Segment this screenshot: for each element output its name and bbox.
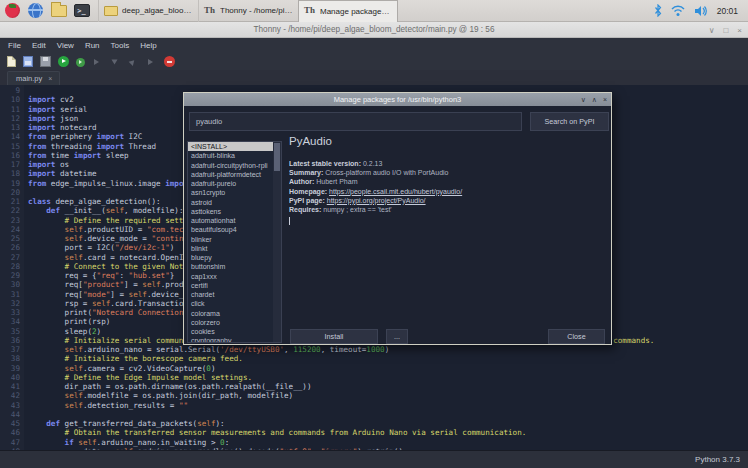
wifi-icon[interactable] [671,5,685,17]
package-list-item[interactable]: asttokens [188,207,273,216]
close-button[interactable]: × [737,26,742,35]
taskbar-window-button[interactable]: Thonny - /home/pi/... [198,0,298,22]
package-list-item[interactable]: adafruit-blinka [188,151,273,160]
line-number: 44 [0,410,20,419]
maximize-button[interactable]: □ [723,26,728,35]
package-list-scrollbar[interactable] [273,142,281,342]
package-list-item[interactable]: asn1crypto [188,188,273,197]
line-number: 25 [0,234,20,243]
code-line[interactable]: # Define the Edge Impulse model settings… [28,373,748,382]
tab-label: main.py [16,74,42,83]
line-number: 20 [0,188,20,197]
step-over-icon [92,56,103,67]
package-list-item[interactable]: <INSTALL> [188,142,273,151]
code-line[interactable]: def get_transferred_data_packets(self): [28,419,748,428]
scrollbar-thumb[interactable] [274,143,280,171]
close-dialog-button[interactable]: Close [548,329,605,344]
dialog-maximize-button[interactable]: ∧ [592,96,597,104]
package-list-item[interactable]: certifi [188,281,273,290]
package-list-item[interactable]: blinker [188,235,273,244]
line-number: 23 [0,216,20,225]
terminal-icon[interactable]: >_ [73,2,90,19]
line-number: 31 [0,290,20,299]
minimize-button[interactable]: ∨ [709,26,715,35]
package-list-item[interactable]: astroid [188,198,273,207]
taskbar-window-label: deep_algae_bloom_d... [122,6,193,15]
search-on-pypi-button[interactable]: Search on PyPI [530,112,609,131]
menu-file[interactable]: File [3,39,26,52]
package-list-item[interactable]: automationhat [188,216,273,225]
package-list-item[interactable]: bluepy [188,253,273,262]
menu-help[interactable]: Help [135,39,161,52]
package-list-item[interactable]: colorama [188,309,273,318]
package-list-item[interactable]: adafruit-pureio [188,179,273,188]
debug-script-icon[interactable] [76,58,85,67]
line-number: 39 [0,364,20,373]
dialog-titlebar[interactable]: Manage packages for /usr/bin/python3 ∨ ∧… [184,93,611,106]
line-number: 18 [0,169,20,178]
code-line[interactable]: dir_path = os.path.dirname(os.path.realp… [28,382,748,391]
window-controls: ∨ □ × [709,22,742,38]
menu-tools[interactable]: Tools [106,39,135,52]
volume-icon[interactable] [694,5,708,17]
bluetooth-icon[interactable] [654,4,662,17]
menu-view[interactable]: View [52,39,79,52]
web-browser-icon[interactable] [27,2,44,19]
line-number: 24 [0,225,20,234]
line-number: 46 [0,428,20,437]
package-list-item[interactable]: click [188,299,273,308]
code-line[interactable]: # Initialize the borescope camera feed. [28,354,748,363]
new-file-icon[interactable] [7,56,16,67]
code-line[interactable]: self.arduino_nano = serial.Serial('/dev/… [28,345,748,354]
detail-link[interactable]: https://people.csail.mit.edu/hubert/pyau… [329,188,462,195]
dialog-close-icon[interactable]: × [603,96,607,103]
code-line[interactable]: # Obtain the transferred sensor measurem… [28,428,748,437]
package-list[interactable]: <INSTALL>adafruit-blinkaadafruit-circuit… [187,141,282,343]
open-file-icon[interactable] [23,56,33,67]
run-script-icon[interactable] [58,56,69,67]
code-line[interactable]: self.camera = cv2.VideoCapture(0) [28,364,748,373]
package-list-item[interactable]: adafruit-circuitpython-rpli [188,161,273,170]
more-options-button[interactable]: ... [386,329,408,344]
package-list-item[interactable]: cap1xxx [188,272,273,281]
file-manager-icon[interactable] [50,2,67,19]
code-line[interactable]: if self.arduino_nano.in_waiting > 0: [28,438,748,447]
tab-main-py[interactable]: main.py × [7,71,60,85]
taskbar-window-button[interactable]: Manage packages for... [298,0,398,22]
taskbar-window-button[interactable]: deep_algae_bloom_d... [98,0,198,22]
package-list-item[interactable]: adafruit-platformdetect [188,170,273,179]
python-version: Python 3.7.3 [695,455,740,464]
step-into-icon [110,56,121,67]
save-file-icon[interactable] [40,56,51,67]
package-list-item[interactable]: colorzero [188,318,273,327]
package-list-item[interactable]: chardet [188,290,273,299]
menu-edit[interactable]: Edit [27,39,51,52]
package-list-item[interactable]: cryptography [188,336,273,343]
code-line[interactable]: self.modelfile = os.path.join(dir_path, … [28,391,748,400]
package-list-item[interactable]: buttonshim [188,262,273,271]
tab-close-icon[interactable]: × [48,75,52,82]
menu-run[interactable]: Run [80,39,105,52]
code-line[interactable]: self.detection_results = "" [28,401,748,410]
window-titlebar[interactable]: Thonny - /home/pi/deep_algae_bloom_detec… [0,22,748,38]
dialog-minimize-button[interactable]: ∨ [581,96,586,104]
code-line[interactable] [28,410,748,419]
line-number: 40 [0,373,20,382]
system-tray: 20:01 [654,4,748,17]
stop-icon[interactable] [164,56,175,67]
line-number: 41 [0,382,20,391]
detail-link[interactable]: https://pypi.org/project/PyAudio/ [327,197,426,204]
menu-bar: FileEditViewRunToolsHelp [0,38,748,53]
tab-bar: main.py × [0,70,748,85]
folder-icon [104,6,118,16]
line-number: 43 [0,401,20,410]
package-search-input[interactable]: pyaudio [189,112,522,131]
install-button[interactable]: Install [290,329,378,344]
package-list-item[interactable]: cookies [188,327,273,336]
thonny-icon [304,5,316,17]
line-number: 17 [0,160,20,169]
package-list-item[interactable]: blinkt [188,244,273,253]
clock: 20:01 [717,6,738,16]
package-list-item[interactable]: beautifulsoup4 [188,225,273,234]
raspberry-menu-icon[interactable] [4,2,21,19]
